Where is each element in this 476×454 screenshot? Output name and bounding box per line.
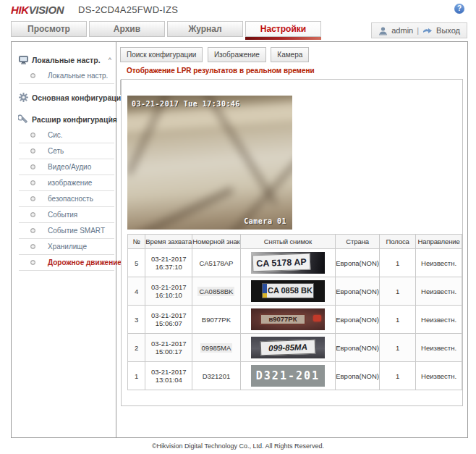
sidebar-item-label: Хранилище xyxy=(48,243,87,251)
cell-lane: 1 xyxy=(380,306,416,334)
sidebar-item-image[interactable]: изображение xyxy=(19,175,114,191)
sidebar-item-label: Событие SMART xyxy=(48,227,105,235)
bullet-icon xyxy=(30,228,35,233)
nav-tab-playback[interactable]: Архив xyxy=(89,21,165,37)
cell-plate-number: CA5178AP xyxy=(192,249,240,277)
gear-icon xyxy=(18,93,29,102)
sidebar-item-security[interactable]: безопасность xyxy=(19,191,114,207)
cell-number: 3 xyxy=(128,306,145,334)
video-blur-artifact xyxy=(127,186,234,230)
col-header-lane: Полоса xyxy=(380,235,416,249)
sub-tab-row-1: Поиск конфигурации Изображение Камера От… xyxy=(116,42,467,79)
sidebar-item-system[interactable]: Сис. xyxy=(19,127,114,143)
help-icon[interactable]: ? xyxy=(454,4,464,14)
cell-lane: 1 xyxy=(380,334,416,362)
cell-lane: 1 xyxy=(380,362,416,390)
cell-number: 2 xyxy=(128,334,145,362)
cell-direction: Неизвестн. xyxy=(416,306,462,334)
tab-camera[interactable]: Камера xyxy=(271,47,309,62)
sidebar-item-smart-event[interactable]: Событие SMART xyxy=(19,223,114,239)
plate-on-image: D321-201 xyxy=(251,365,325,387)
cell-snapshot: D321-201 xyxy=(240,362,336,390)
collapse-arrow-icon[interactable]: ^ xyxy=(109,115,111,122)
cell-capture-time: 03-21-2017 15:06:07 xyxy=(145,306,192,334)
cell-number: 1 xyxy=(128,362,145,390)
bullet-icon xyxy=(30,73,35,78)
tab-real-time-lpr-result[interactable]: Отображение LPR результатов в реальном в… xyxy=(120,63,321,78)
cell-snapshot: 099-85MA xyxy=(240,334,336,362)
sidebar-item-label: События xyxy=(48,211,77,219)
sidebar-item-video-audio[interactable]: Видео/Аудио xyxy=(19,159,114,175)
table-row: 3 03-21-2017 15:06:07 B9077PK в9077РК Ев… xyxy=(128,306,462,334)
nav-tab-live-view[interactable]: Просмотр xyxy=(11,21,87,37)
capture-date: 03-21-2017 xyxy=(145,255,192,263)
nav-tab-log[interactable]: Журнал xyxy=(167,21,243,37)
cell-direction: Неизвестн. xyxy=(416,334,462,362)
logout-icon xyxy=(422,27,433,35)
capture-clock: 16:37:10 xyxy=(145,263,192,271)
content-frame: Локальные настр. ^ Локальные настр. Осно… xyxy=(11,41,468,438)
cell-country: Европа(NON) xyxy=(336,306,380,334)
cell-capture-time: 03-21-2017 15:00:17 xyxy=(145,334,192,362)
sidebar-group-label: Расшир конфигурация xyxy=(32,115,117,124)
tab-configure-search[interactable]: Поиск конфигурации xyxy=(120,47,203,62)
plate-on-image: в9077РК xyxy=(260,314,306,325)
sidebar-item-storage[interactable]: Хранилище xyxy=(19,239,114,255)
sidebar-item-events[interactable]: События xyxy=(19,207,114,223)
expand-arrow-icon[interactable]: v xyxy=(109,93,112,101)
plate-snapshot-image: в9077РК xyxy=(251,308,325,330)
sidebar-item-label: Локальные настр. xyxy=(48,72,108,80)
sidebar-item-label: Сис. xyxy=(48,131,63,139)
col-header-country: Страна xyxy=(336,235,380,249)
main-nav: Просмотр Архив Журнал Настройки admin | … xyxy=(0,21,476,40)
table-row: 2 03-21-2017 15:00:17 09985MA 099-85MA Е… xyxy=(128,334,462,362)
video-camera-name-osd: Camera 01 xyxy=(244,217,286,225)
cell-plate-number: 09985MA xyxy=(192,334,240,362)
cell-capture-time: 03-21-2017 16:10:10 xyxy=(145,277,192,306)
capture-clock: 16:10:10 xyxy=(145,291,192,299)
live-video-preview: 03-21-2017 Tue 17:30:46 Camera 01 xyxy=(127,96,292,230)
col-header-capture-time: Время захвата xyxy=(145,235,192,249)
sidebar-group-advanced-config[interactable]: Расшир конфигурация ^ xyxy=(12,111,116,127)
plate-on-image: CA 5178 AP xyxy=(252,253,311,272)
capture-date: 03-21-2017 xyxy=(145,368,192,376)
active-tab-underline xyxy=(245,37,321,40)
sidebar-item-label: изображение xyxy=(48,179,92,187)
monitor-icon xyxy=(18,56,29,64)
wrench-icon xyxy=(18,114,29,124)
table-header-row: № Время захвата Номерной знак Снятый сни… xyxy=(128,235,462,249)
sidebar-item-network[interactable]: Сеть xyxy=(19,143,114,159)
logo-hik: HIK xyxy=(11,4,29,16)
cell-country: Европа(NON) xyxy=(336,277,380,306)
sidebar-item-road-traffic[interactable]: Дорожное движение xyxy=(19,255,114,271)
sidebar-group-basic-config[interactable]: Основная конфигурация v xyxy=(12,89,116,106)
cell-direction: Неизвестн. xyxy=(416,362,462,390)
col-header-snapshot: Снятый снимок xyxy=(240,235,336,249)
bullet-icon xyxy=(30,244,35,249)
collapse-arrow-icon[interactable]: ^ xyxy=(109,56,111,64)
nav-tab-settings[interactable]: Настройки xyxy=(245,21,321,37)
cell-capture-time: 03-21-2017 13:01:04 xyxy=(145,362,192,390)
cell-plate-number: B9077PK xyxy=(192,306,240,334)
col-header-plate: Номерной знак xyxy=(192,235,240,249)
cell-snapshot: CA 5178 AP xyxy=(240,249,336,277)
capture-date: 03-21-2017 xyxy=(145,340,192,348)
lpr-results-table: № Время захвата Номерной знак Снятый сни… xyxy=(127,234,462,390)
settings-main-area: Поиск конфигурации Изображение Камера От… xyxy=(116,42,467,437)
settings-sidebar: Локальные настр. ^ Локальные настр. Осно… xyxy=(12,42,116,437)
sidebar-group-local-config[interactable]: Локальные настр. ^ xyxy=(12,52,116,68)
capture-clock: 15:06:07 xyxy=(145,319,192,327)
table-row: 5 03-21-2017 16:37:10 CA5178AP CA 5178 A… xyxy=(128,249,462,277)
cell-snapshot: в9077РК xyxy=(240,306,336,334)
tab-picture[interactable]: Изображение xyxy=(208,47,266,62)
logout-button[interactable]: Выход xyxy=(436,26,460,35)
sidebar-item-label: Дорожное движение xyxy=(48,258,122,266)
plate-snapshot-image: CA 5178 AP xyxy=(251,252,325,274)
user-session-box: admin | Выход xyxy=(371,22,467,38)
sidebar-item-local-config[interactable]: Локальные настр. xyxy=(19,68,114,84)
capture-clock: 15:00:17 xyxy=(145,348,192,356)
video-timestamp-osd: 03-21-2017 Tue 17:30:46 xyxy=(132,100,240,108)
device-model-title: DS-2CD4A25FWD-IZS xyxy=(78,4,178,15)
col-header-direction: Направление xyxy=(416,235,462,249)
bullet-icon xyxy=(30,180,35,185)
